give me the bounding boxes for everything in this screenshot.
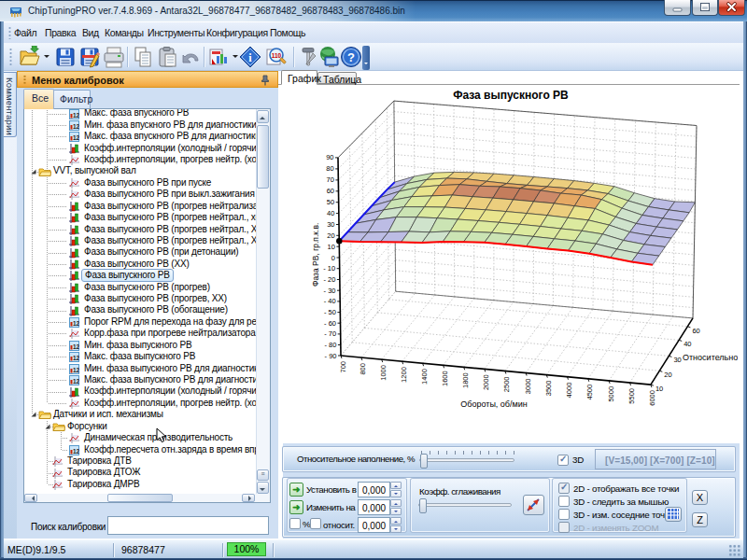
svg-text:90: 90 (326, 153, 333, 161)
svg-text:3000: 3000 (524, 379, 532, 395)
svg-text:70: 70 (327, 175, 334, 184)
svg-text:40: 40 (327, 209, 334, 217)
svg-text:- 40: - 40 (324, 297, 336, 305)
svg-text:10: 10 (328, 243, 335, 251)
svg-text:12: 12 (73, 378, 79, 385)
svg-text:4000: 4000 (565, 383, 573, 399)
svg-text:12: 12 (73, 134, 79, 141)
svg-text:- 80: - 80 (324, 341, 336, 349)
svg-text:0: 0 (331, 254, 335, 262)
svg-text:- 60: - 60 (324, 319, 336, 328)
svg-text:10: 10 (655, 385, 663, 393)
svg-text:60: 60 (327, 187, 334, 195)
svg-text:- 10: - 10 (323, 264, 335, 273)
svg-text:4500: 4500 (585, 385, 594, 400)
svg-text:1400: 1400 (420, 369, 429, 385)
svg-text:- 50: - 50 (324, 308, 336, 316)
svg-text:1200: 1200 (400, 367, 408, 383)
svg-text:60: 60 (692, 327, 699, 335)
svg-text:30: 30 (673, 356, 681, 364)
svg-text:12: 12 (73, 320, 79, 327)
svg-text:12: 12 (73, 123, 79, 130)
svg-text:5000: 5000 (607, 386, 615, 402)
svg-text:80: 80 (326, 164, 333, 173)
svg-text:40: 40 (684, 340, 691, 348)
svg-text:20: 20 (327, 231, 334, 240)
svg-text:- 20: - 20 (323, 275, 335, 284)
svg-text:1600: 1600 (441, 371, 449, 386)
svg-text:800: 800 (359, 363, 367, 375)
svg-text:5500: 5500 (627, 388, 636, 404)
svg-text:- 90: - 90 (325, 352, 337, 360)
svg-text:12: 12 (73, 448, 79, 455)
svg-text:1800: 1800 (461, 372, 470, 388)
svg-text:Фаза РВ, гр.п.к.в.: Фаза РВ, гр.п.к.в. (311, 223, 320, 287)
svg-text:- 30: - 30 (324, 287, 336, 295)
svg-text:- 70: - 70 (324, 329, 336, 338)
svg-text:2000: 2000 (482, 374, 490, 390)
svg-text:Фаза выпускного РВ: Фаза выпускного РВ (453, 89, 569, 102)
svg-text:3500: 3500 (544, 381, 553, 397)
svg-text:12: 12 (73, 367, 79, 373)
svg-text:50: 50 (327, 198, 334, 206)
svg-text:700: 700 (339, 361, 347, 373)
svg-text:12: 12 (73, 355, 79, 361)
svg-text:30: 30 (327, 220, 334, 229)
svg-text:?: ? (347, 50, 355, 64)
svg-text:110: 110 (272, 52, 282, 59)
svg-text:1000: 1000 (379, 365, 388, 381)
svg-text:12: 12 (73, 112, 79, 119)
svg-text:Относительное нап: Относительное нап (683, 353, 738, 362)
svg-text:2500: 2500 (502, 377, 511, 393)
svg-text:12: 12 (73, 343, 79, 350)
svg-text:20: 20 (664, 371, 671, 379)
svg-text:Обороты, об/мин: Обороты, об/мин (460, 399, 527, 409)
